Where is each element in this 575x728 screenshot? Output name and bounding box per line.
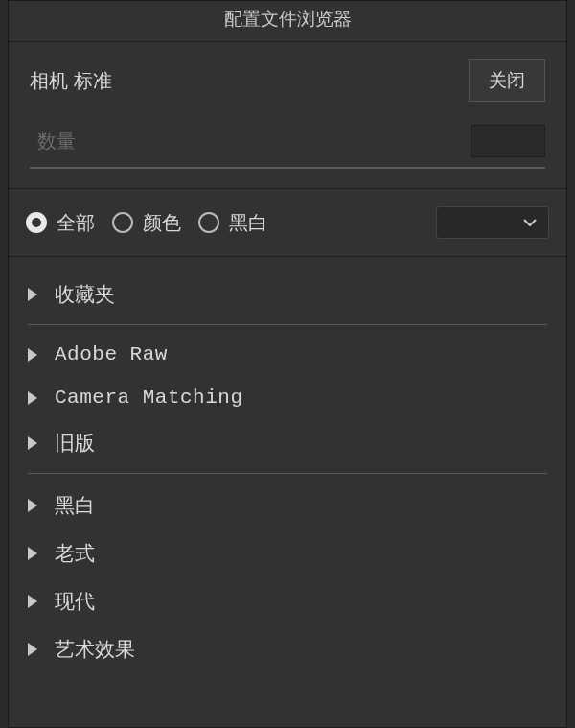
camera-section: 相机 标准 关闭 数量 — [9, 42, 566, 189]
group-label: 黑白 — [55, 492, 95, 519]
filter-radio-0[interactable]: 全部 — [26, 210, 95, 236]
camera-profile-label: 相机 标准 — [30, 68, 112, 94]
group-label: 收藏夹 — [55, 281, 115, 308]
radio-label: 颜色 — [143, 210, 181, 236]
group-label: 现代 — [55, 588, 95, 615]
filter-radio-1[interactable]: 颜色 — [112, 210, 181, 236]
expand-icon — [28, 436, 37, 450]
profile-group-list: 收藏夹Adobe RawCamera Matching旧版黑白老式现代艺术效果 — [9, 257, 566, 727]
amount-label: 数量 — [30, 129, 76, 154]
radio-label: 全部 — [57, 210, 95, 236]
profile-group-item[interactable]: 艺术效果 — [28, 625, 547, 673]
chevron-down-icon — [523, 219, 537, 226]
list-divider — [28, 324, 547, 325]
profile-group-item[interactable]: 老式 — [28, 529, 547, 577]
expand-icon — [28, 348, 37, 362]
profile-group-item[interactable]: Camera Matching — [28, 376, 547, 419]
radio-icon — [26, 212, 47, 233]
profile-group-item[interactable]: 旧版 — [28, 419, 547, 467]
radio-icon — [198, 212, 219, 233]
expand-icon — [28, 288, 37, 301]
expand-icon — [28, 547, 37, 560]
radio-label: 黑白 — [229, 210, 267, 236]
profile-group-item[interactable]: 现代 — [28, 577, 547, 625]
group-label: Camera Matching — [55, 387, 243, 409]
filter-dropdown[interactable] — [436, 206, 549, 239]
group-label: Adobe Raw — [55, 343, 168, 365]
filter-radio-2[interactable]: 黑白 — [198, 210, 267, 236]
profile-group-item[interactable]: 黑白 — [28, 481, 547, 529]
expand-icon — [28, 499, 37, 512]
list-divider — [28, 473, 547, 474]
panel-title: 配置文件浏览器 — [9, 1, 566, 42]
expand-icon — [28, 595, 37, 608]
radio-icon — [112, 212, 133, 233]
group-label: 艺术效果 — [55, 636, 135, 663]
amount-input[interactable] — [471, 125, 545, 157]
expand-icon — [28, 391, 37, 405]
group-label: 老式 — [55, 540, 95, 567]
expand-icon — [28, 643, 37, 656]
profile-group-item[interactable]: 收藏夹 — [28, 270, 547, 318]
profile-group-item[interactable]: Adobe Raw — [28, 333, 547, 376]
profile-browser-panel: 配置文件浏览器 相机 标准 关闭 数量 全部颜色黑白 收藏夹Adobe RawC… — [8, 0, 567, 728]
group-label: 旧版 — [55, 430, 95, 457]
close-button[interactable]: 关闭 — [469, 59, 545, 102]
filter-section: 全部颜色黑白 — [9, 189, 566, 257]
